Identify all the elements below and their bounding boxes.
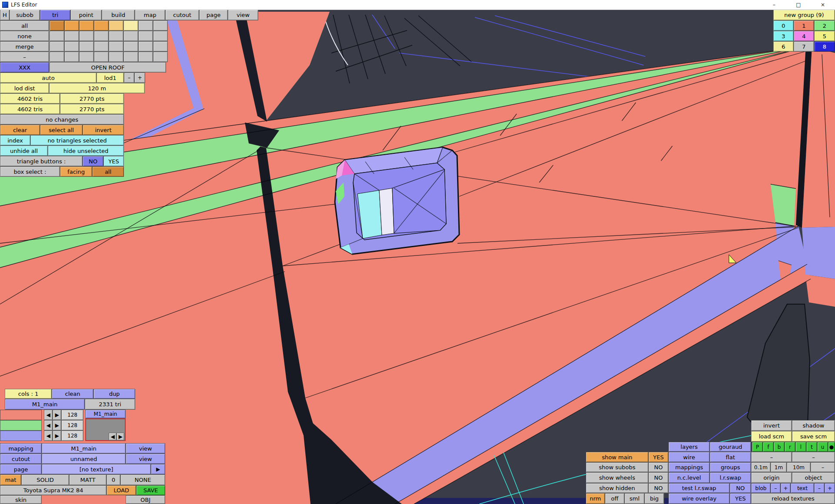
palette-cell[interactable] — [138, 52, 153, 62]
object-button[interactable]: object — [792, 472, 835, 483]
mappings-button[interactable]: mappings — [668, 462, 710, 472]
groups-button[interactable]: groups — [710, 462, 751, 472]
nc-level-button[interactable]: n.c.level — [668, 472, 710, 483]
layer-flag-t[interactable]: t — [806, 442, 817, 452]
unhide-all-button[interactable]: unhide all — [0, 146, 48, 156]
group-cell-0[interactable]: 0 — [773, 20, 794, 31]
palette-cell[interactable] — [64, 31, 79, 41]
palette-cell[interactable] — [64, 41, 79, 52]
palette-cell[interactable] — [64, 52, 79, 62]
palette-cell[interactable] — [138, 20, 153, 31]
dash-button[interactable]: – — [0, 52, 49, 62]
nrm-label[interactable]: nrm — [586, 493, 605, 504]
invert-selection-button[interactable]: invert — [83, 125, 124, 135]
mapping-value[interactable]: M1_main — [42, 443, 126, 454]
mapping-label[interactable]: mapping — [0, 443, 42, 454]
channel-next-button[interactable]: ▶ — [53, 420, 61, 431]
test-lr-swap-button[interactable]: test l.r.swap — [668, 483, 730, 493]
nrm-off-button[interactable]: off — [605, 493, 625, 504]
group-cell-7[interactable]: 7 — [794, 41, 814, 52]
menu-tab-map[interactable]: map — [135, 10, 165, 20]
flat-button[interactable]: flat — [710, 452, 751, 462]
triangle-buttons-no[interactable]: NO — [83, 156, 104, 166]
select-all-button[interactable]: all — [0, 20, 49, 31]
box-select-facing[interactable]: facing — [60, 166, 92, 177]
auto-button[interactable]: auto — [0, 73, 97, 83]
mat-matt-button[interactable]: MATT — [69, 474, 107, 485]
channel-prev-button[interactable]: ◀ — [44, 410, 53, 420]
layer-flag-l[interactable]: l — [795, 442, 806, 452]
shadow-button[interactable]: shadow — [792, 420, 835, 431]
object-name-button[interactable]: M1_main — [5, 399, 85, 410]
palette-cell[interactable] — [79, 20, 94, 31]
menu-tab-view[interactable]: view — [228, 10, 258, 20]
channel-value[interactable]: 128 — [61, 420, 84, 431]
group-cell-6[interactable]: 6 — [773, 41, 794, 52]
palette-cell[interactable] — [109, 20, 124, 31]
lod-dist-value[interactable]: 120 m — [49, 83, 145, 93]
select-all-tris-button[interactable]: select all — [40, 125, 83, 135]
lod-plus-button[interactable]: + — [134, 73, 145, 83]
menu-tab-point[interactable]: point — [70, 10, 102, 20]
palette-cell[interactable] — [109, 41, 124, 52]
reload-textures-button[interactable]: reload textures — [751, 493, 835, 504]
palette-cell[interactable] — [79, 52, 94, 62]
lod-minus-button[interactable]: – — [124, 73, 134, 83]
blob-button[interactable]: blob — [751, 483, 771, 493]
palette-cell[interactable] — [94, 41, 109, 52]
load-button[interactable]: LOAD — [107, 485, 136, 495]
show-subobs-value[interactable]: NO — [648, 462, 668, 472]
nrm-big-button[interactable]: big — [645, 493, 664, 504]
box-select-all[interactable]: all — [92, 166, 124, 177]
menu-tab-subob[interactable]: subob — [10, 10, 40, 20]
channel-value[interactable]: 128 — [61, 431, 84, 441]
color-swatch-red[interactable] — [0, 410, 42, 420]
menu-tab-h[interactable]: H — [0, 10, 10, 20]
show-main-label[interactable]: show main — [586, 452, 648, 462]
group-cell-5[interactable]: 5 — [814, 31, 835, 41]
palette-cell[interactable] — [50, 20, 64, 31]
scale-01m-button[interactable]: 0.1m — [751, 462, 771, 472]
menu-tab-page[interactable]: page — [199, 10, 228, 20]
mat-label[interactable]: mat — [0, 474, 21, 485]
menu-tab-tri[interactable]: tri — [40, 10, 70, 20]
minimize-button[interactable]: – — [762, 0, 786, 10]
palette-cell[interactable] — [94, 31, 109, 41]
show-hidden-value[interactable]: NO — [648, 483, 668, 493]
show-wheels-label[interactable]: show wheels — [586, 472, 648, 483]
close-button[interactable]: × — [811, 0, 835, 10]
mat-none-button[interactable]: NONE — [120, 474, 165, 485]
texture-prev-button[interactable]: ◀ — [109, 433, 117, 441]
lod1-button[interactable]: lod1 — [97, 73, 124, 83]
show-hidden-label[interactable]: show hidden — [586, 483, 648, 493]
gouraud-button[interactable]: gouraud — [710, 442, 751, 452]
clear-button[interactable]: clear — [0, 125, 40, 135]
clean-button[interactable]: clean — [52, 389, 94, 399]
channel-next-button[interactable]: ▶ — [53, 431, 61, 441]
dash-button-2[interactable]: – — [792, 452, 835, 462]
cutout-value[interactable]: unnamed — [42, 454, 126, 464]
layer-flag-b[interactable]: b — [774, 442, 785, 452]
hide-unselected-button[interactable]: hide unselected — [48, 146, 124, 156]
layer-flag-dot[interactable]: ● — [828, 442, 835, 452]
page-next-button[interactable]: ▶ — [151, 464, 165, 474]
group-cell-3[interactable]: 3 — [773, 31, 794, 41]
skin-button[interactable]: skin — [0, 495, 42, 504]
wire-button[interactable]: wire — [668, 452, 710, 462]
wire-overlay-button[interactable]: wire overlay — [668, 493, 730, 504]
scale-1m-button[interactable]: 1m — [771, 462, 787, 472]
test-lr-swap-value[interactable]: NO — [730, 483, 751, 493]
open-roof-button[interactable]: OPEN ROOF — [50, 62, 166, 73]
scale-dash-button[interactable]: – — [811, 462, 835, 472]
text-minus-button[interactable]: – — [814, 483, 825, 493]
dup-button[interactable]: dup — [94, 389, 135, 399]
palette-cell[interactable] — [50, 31, 64, 41]
text-button[interactable]: text — [791, 483, 814, 493]
palette-cell[interactable] — [124, 52, 138, 62]
page-value[interactable]: [no texture] — [42, 464, 151, 474]
nrm-sml-button[interactable]: sml — [625, 493, 645, 504]
palette-cell[interactable] — [109, 31, 124, 41]
load-scm-button[interactable]: load scm — [751, 431, 792, 442]
mat-zero-button[interactable]: 0 — [107, 474, 120, 485]
invert-button[interactable]: invert — [751, 420, 792, 431]
